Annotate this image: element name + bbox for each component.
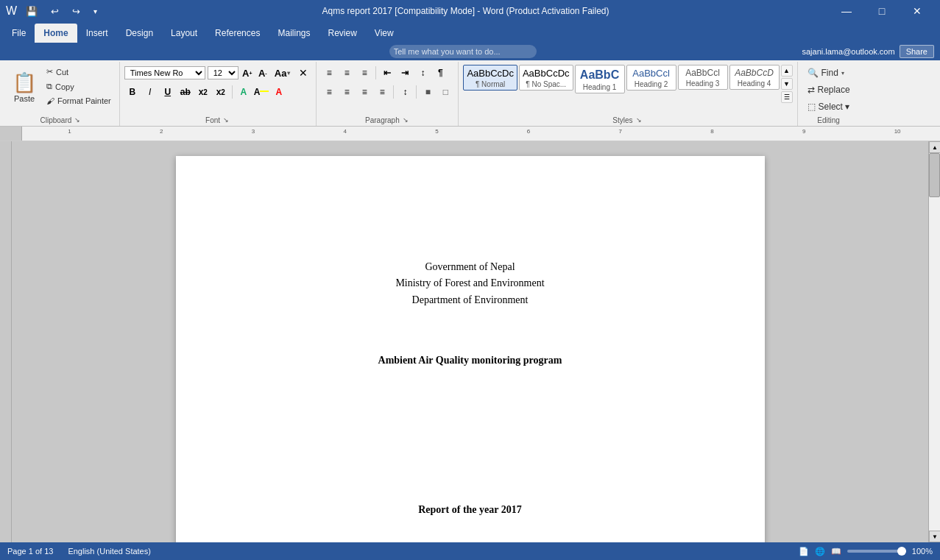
- cut-button[interactable]: ✂ Cut: [43, 65, 115, 79]
- font-expand-button[interactable]: ↘: [222, 116, 230, 124]
- styles-expand-button[interactable]: ↘: [635, 116, 643, 124]
- numbering-button[interactable]: ≡: [339, 65, 355, 81]
- close-button[interactable]: ✕: [900, 0, 934, 22]
- change-case-button[interactable]: Aa▾: [272, 66, 294, 80]
- replace-icon: ⇄: [808, 85, 815, 95]
- bullets-button[interactable]: ≡: [321, 65, 337, 81]
- select-button[interactable]: ⬚ Select ▾: [802, 99, 855, 115]
- tab-home[interactable]: Home: [35, 24, 77, 43]
- ribbon: 📋 Paste ✂ Cut ⧉ Copy 🖌 Format Painter C: [0, 60, 940, 127]
- paragraph-label: Paragraph ↘: [321, 114, 453, 124]
- font-color-button[interactable]: A: [271, 84, 287, 100]
- view-print-icon[interactable]: 📄: [799, 547, 809, 556]
- style-heading3[interactable]: AaBbCcl Heading 3: [678, 65, 728, 90]
- font-name-select[interactable]: Times New Ro: [124, 66, 205, 79]
- copy-button[interactable]: ⧉ Copy: [43, 79, 115, 93]
- font-size-select[interactable]: 12: [208, 66, 238, 79]
- align-right-button[interactable]: ≡: [356, 84, 372, 100]
- tab-file[interactable]: File: [3, 24, 35, 43]
- text-effects-button[interactable]: A: [236, 84, 252, 100]
- highlight-button[interactable]: A: [253, 84, 269, 100]
- style-heading2[interactable]: AaBbCcl Heading 2: [626, 65, 676, 91]
- styles-scroll-up[interactable]: ▲: [781, 65, 793, 77]
- customize-qat-button[interactable]: ▾: [89, 6, 102, 17]
- tab-view[interactable]: View: [366, 24, 403, 43]
- font-shrink-button[interactable]: A-: [256, 66, 269, 79]
- bold-button[interactable]: B: [124, 84, 141, 100]
- main-area: Government of Nepal Ministry of Forest a…: [0, 141, 940, 542]
- tab-review[interactable]: Review: [319, 24, 365, 43]
- tab-layout[interactable]: Layout: [162, 24, 206, 43]
- vertical-scrollbar: ▲ ▼: [928, 141, 940, 542]
- styles-label: Styles ↘: [463, 114, 792, 124]
- italic-button[interactable]: I: [142, 84, 158, 100]
- font-row1: Times New Ro 12 A+ A- Aa▾ ✕: [124, 65, 312, 81]
- styles-scroll-down[interactable]: ▼: [781, 78, 793, 90]
- increase-indent-button[interactable]: ⇥: [397, 65, 413, 81]
- document-page: Government of Nepal Ministry of Forest a…: [176, 156, 765, 542]
- select-icon: ⬚: [808, 102, 816, 112]
- save-button[interactable]: 💾: [21, 4, 42, 18]
- account-email: sajani.lama@outlook.com: [802, 47, 895, 56]
- strikethrough-button[interactable]: ab: [177, 84, 194, 100]
- scroll-thumb[interactable]: [929, 153, 940, 197]
- clipboard-expand-button[interactable]: ↘: [73, 116, 82, 124]
- clear-format-button[interactable]: ✕: [295, 65, 311, 81]
- paragraph-expand-button[interactable]: ↘: [401, 116, 410, 124]
- share-button[interactable]: Share: [900, 45, 934, 58]
- view-read-icon[interactable]: 📖: [831, 547, 841, 556]
- scroll-up-button[interactable]: ▲: [929, 141, 940, 153]
- maximize-button[interactable]: □: [865, 0, 899, 22]
- minimize-button[interactable]: —: [830, 0, 863, 22]
- styles-more[interactable]: ☰: [781, 91, 793, 103]
- superscript-button[interactable]: x2: [213, 84, 229, 100]
- view-web-icon[interactable]: 🌐: [815, 547, 825, 556]
- font-grow-button[interactable]: A+: [241, 66, 254, 79]
- tab-references[interactable]: References: [206, 24, 269, 43]
- status-bar: Page 1 of 13 English (United States) 📄 🌐…: [0, 542, 940, 560]
- scroll-down-button[interactable]: ▼: [929, 531, 940, 542]
- subscript-button[interactable]: x2: [195, 84, 211, 100]
- document-area[interactable]: Government of Nepal Ministry of Forest a…: [12, 141, 928, 542]
- align-left-button[interactable]: ≡: [321, 84, 337, 100]
- tab-design[interactable]: Design: [117, 24, 162, 43]
- para-divider3: [416, 85, 417, 99]
- status-left: Page 1 of 13 English (United States): [7, 547, 151, 556]
- ruler-left-margin: [0, 127, 22, 141]
- line-spacing-button[interactable]: ↕: [397, 84, 413, 100]
- sort-button[interactable]: ↕: [414, 65, 431, 81]
- redo-button[interactable]: ↪: [68, 4, 85, 18]
- decrease-indent-button[interactable]: ⇤: [379, 65, 395, 81]
- tab-insert[interactable]: Insert: [77, 24, 117, 43]
- align-center-button[interactable]: ≡: [339, 84, 355, 100]
- ruler-mark-7: 7: [619, 127, 622, 135]
- zoom-slider[interactable]: [847, 550, 906, 553]
- shading-button[interactable]: ■: [420, 84, 436, 100]
- ribbon-group-styles: AaBbCcDc ¶ Normal AaBbCcDc ¶ No Spac... …: [459, 62, 797, 126]
- tell-me-input[interactable]: [389, 45, 537, 58]
- ruler-track: 1 2 3 4 5 6 7 8 9 10: [22, 127, 940, 141]
- paste-button[interactable]: 📋 Paste: [7, 65, 41, 109]
- ribbon-group-font: Times New Ro 12 A+ A- Aa▾ ✕ B I U ab x2 …: [120, 62, 317, 126]
- style-no-space[interactable]: AaBbCcDc ¶ No Spac...: [519, 65, 573, 91]
- scroll-track[interactable]: [929, 153, 940, 531]
- paste-label: Paste: [14, 94, 35, 103]
- underline-button[interactable]: U: [160, 84, 176, 100]
- style-h2-preview: AaBbCcl: [632, 67, 670, 80]
- find-button[interactable]: 🔍 Find ▾: [802, 65, 855, 81]
- style-heading4[interactable]: AaBbCcD Heading 4: [729, 65, 780, 90]
- undo-button[interactable]: ↩: [46, 4, 63, 18]
- style-h2-label: Heading 2: [635, 80, 668, 88]
- replace-button[interactable]: ⇄ Replace: [802, 82, 855, 98]
- format-painter-button[interactable]: 🖌 Format Painter: [43, 94, 115, 107]
- multilevel-button[interactable]: ≡: [356, 65, 372, 81]
- style-heading1[interactable]: AaBbC Heading 1: [575, 65, 625, 93]
- styles-content: AaBbCcDc ¶ Normal AaBbCcDc ¶ No Spac... …: [463, 63, 792, 114]
- ruler-mark-5: 5: [435, 127, 438, 135]
- justify-button[interactable]: ≡: [374, 84, 390, 100]
- tab-mailings[interactable]: Mailings: [269, 24, 319, 43]
- style-normal[interactable]: AaBbCcDc ¶ Normal: [463, 65, 517, 91]
- show-marks-button[interactable]: ¶: [432, 65, 448, 81]
- doc-line-1: Government of Nepal: [425, 259, 515, 275]
- borders-button[interactable]: □: [437, 84, 453, 100]
